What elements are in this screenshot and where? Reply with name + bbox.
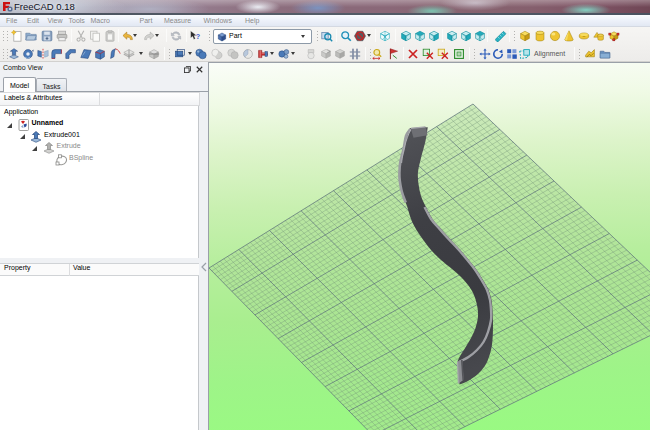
svg-text:?: ? [195, 31, 199, 40]
